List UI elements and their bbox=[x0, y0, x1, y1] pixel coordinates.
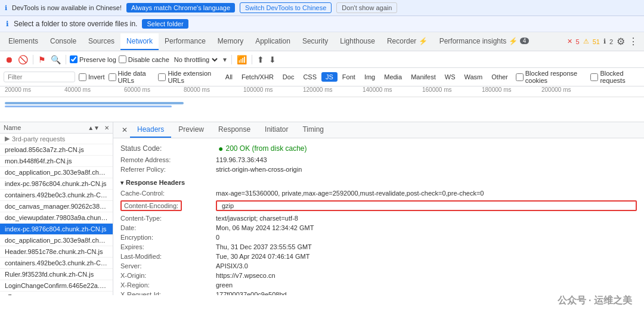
tab-memory[interactable]: Memory bbox=[212, 33, 249, 50]
file-item-3[interactable]: index-pc.9876c804.chunk.zh-CN.js bbox=[0, 178, 113, 190]
detail-tab-timing[interactable]: Timing bbox=[295, 122, 331, 138]
more-icon[interactable]: ⋮ bbox=[628, 36, 638, 47]
filter-ws[interactable]: WS bbox=[441, 72, 460, 82]
hide-data-urls-checkbox[interactable]: Hide data URLs bbox=[109, 70, 155, 84]
match-language-button[interactable]: Always match Chrome's language bbox=[126, 3, 235, 13]
tab-performance[interactable]: Performance bbox=[159, 33, 212, 50]
toolbar-sep-3 bbox=[231, 55, 232, 64]
tab-elements[interactable]: Elements bbox=[2, 33, 44, 50]
status-dot: ● bbox=[218, 144, 223, 153]
warn-count: 51 bbox=[593, 38, 600, 45]
file-item-0[interactable]: preload.856c3a7z.zh-CN.js bbox=[0, 144, 113, 156]
filter-font[interactable]: Font bbox=[338, 72, 360, 82]
devtools-tabs: Elements Console Sources Network Perform… bbox=[0, 32, 644, 51]
file-item-2[interactable]: doc_application_pc.303e9a8f.chun... bbox=[0, 167, 113, 178]
filter-media[interactable]: Media bbox=[380, 72, 406, 82]
wifi-icon[interactable]: 📶 bbox=[236, 54, 248, 66]
filter-all[interactable]: All bbox=[221, 72, 237, 82]
filter-manifest[interactable]: Manifest bbox=[407, 72, 440, 82]
file-item-1[interactable]: mon.b448f64f.zh-CN.js bbox=[0, 156, 113, 167]
info-icon: ℹ bbox=[5, 4, 7, 12]
filter-fetch-xhr[interactable]: Fetch/XHR bbox=[237, 72, 278, 82]
invert-checkbox[interactable]: Invert bbox=[79, 73, 105, 81]
filter-wasm[interactable]: Wasm bbox=[460, 72, 487, 82]
x-region-value: green bbox=[216, 281, 637, 289]
detail-tab-preview[interactable]: Preview bbox=[171, 122, 211, 138]
file-item-9[interactable]: Header.9851c78e.chunk.zh-CN.js bbox=[0, 246, 113, 258]
detail-close-button[interactable]: ✕ bbox=[119, 125, 130, 135]
sort-icon[interactable]: ▲▼ bbox=[88, 125, 100, 131]
filter-icon[interactable]: ⚑ bbox=[37, 54, 47, 66]
dont-show-button[interactable]: Don't show again bbox=[336, 2, 397, 13]
third-party-row[interactable]: ▶ 3rd-party requests bbox=[0, 134, 113, 144]
file-item-11[interactable]: Ruler.9f3523fd.chunk.zh-CN.js bbox=[0, 269, 113, 280]
throttle-chevron-icon[interactable]: ▾ bbox=[222, 54, 228, 65]
file-item-8[interactable]: doc_application_pc.303e9a8f.chun... bbox=[0, 235, 113, 246]
file-item-4[interactable]: containers.492be0c3.chunk.zh-CN.js bbox=[0, 190, 113, 201]
timeline-bar-secondary bbox=[5, 106, 172, 107]
tab-security[interactable]: Security bbox=[296, 33, 334, 50]
response-headers-title[interactable]: ▾ Response Headers bbox=[120, 179, 637, 186]
file-item-7[interactable]: index-pc.9876c804.chunk.zh-CN.js bbox=[0, 224, 113, 235]
folder-info-icon: ℹ bbox=[6, 20, 9, 28]
detail-tab-response[interactable]: Response bbox=[211, 122, 258, 138]
switch-language-button[interactable]: Switch DevTools to Chinese bbox=[240, 2, 332, 13]
blocked-cookies-checkbox[interactable]: Blocked response cookies bbox=[516, 70, 587, 84]
x-request-id-key: X-Request-Id: bbox=[120, 291, 216, 295]
header-expires: Expires: Thu, 31 Dec 2037 23:55:55 GMT bbox=[120, 242, 637, 252]
file-item-5[interactable]: doc_canvas_manager.90262c38.ch... bbox=[0, 201, 113, 212]
tab-sources[interactable]: Sources bbox=[82, 33, 120, 50]
search-icon[interactable]: 🔍 bbox=[49, 54, 62, 66]
file-list: Name ▲▼ ✕ ▶ 3rd-party requests preload.8… bbox=[0, 122, 113, 295]
file-item-12[interactable]: LoginChangeConfirm.6465e22a.ch... bbox=[0, 280, 113, 292]
throttle-select[interactable]: No throttling Slow 3G Fast 3G bbox=[172, 55, 219, 64]
tab-application[interactable]: Application bbox=[249, 33, 296, 50]
filter-other[interactable]: Other bbox=[487, 72, 512, 82]
clear-icon[interactable]: 🚫 bbox=[17, 54, 29, 66]
content-encoding-key: Content-Encoding: bbox=[120, 200, 216, 211]
tab-network[interactable]: Network bbox=[120, 33, 159, 50]
file-item-13[interactable]: v7.wpseco.cn bbox=[0, 292, 113, 295]
preserve-log-checkbox[interactable]: Preserve log bbox=[70, 55, 116, 63]
record-icon[interactable]: ⏺ bbox=[4, 54, 14, 66]
header-server: Server: APISIX/3.0 bbox=[120, 261, 637, 271]
tab-lighthouse[interactable]: Lighthouse bbox=[334, 33, 381, 50]
select-folder-button[interactable]: Select folder bbox=[142, 19, 188, 29]
filter-input[interactable] bbox=[4, 72, 75, 82]
folder-notice-text: Select a folder to store override files … bbox=[14, 20, 137, 28]
sources-tab-label: Sources bbox=[88, 37, 114, 45]
import-icon[interactable]: ⬆ bbox=[256, 54, 265, 66]
toolbar-sep-4 bbox=[252, 55, 252, 64]
filter-js[interactable]: JS bbox=[321, 72, 338, 82]
performance-insights-tab-label: Performance insights ⚡ bbox=[439, 37, 518, 45]
filter-css[interactable]: CSS bbox=[299, 72, 321, 82]
detail-tab-initiator[interactable]: Initiator bbox=[258, 122, 295, 138]
expires-key: Expires: bbox=[120, 243, 216, 250]
tab-console[interactable]: Console bbox=[44, 33, 82, 50]
tab-error-count: ✕ 5 ⚠ 51 ℹ 2 ⚙ ⋮ bbox=[564, 36, 642, 47]
status-code-row: Status Code: ● 200 OK (from disk cache) bbox=[120, 142, 637, 155]
file-item-6[interactable]: doc_viewupdater.79803a9a.chunk... bbox=[0, 212, 113, 224]
third-party-label: 3rd-party requests bbox=[12, 135, 65, 143]
error-count: 5 bbox=[576, 38, 580, 45]
filter-img[interactable]: Img bbox=[360, 72, 379, 82]
hide-ext-urls-checkbox[interactable]: Hide extension URLs bbox=[158, 70, 217, 84]
x-origin-key: X-Origin: bbox=[120, 272, 216, 279]
detail-tab-headers[interactable]: Headers bbox=[130, 122, 171, 138]
export-icon[interactable]: ⬇ bbox=[268, 54, 277, 66]
content-type-value: text/javascript; charset=utf-8 bbox=[216, 215, 637, 222]
close-panel-icon[interactable]: ✕ bbox=[104, 125, 109, 131]
blocked-requests-checkbox[interactable]: Blocked requests bbox=[590, 70, 640, 84]
encryption-key: Encryption: bbox=[120, 234, 216, 241]
settings-icon[interactable]: ⚙ bbox=[617, 36, 625, 47]
tab-performance-insights[interactable]: Performance insights ⚡ 4 bbox=[434, 33, 535, 50]
file-item-10[interactable]: containers.492be0c3.chunk.zh-CN.js bbox=[0, 258, 113, 269]
lighthouse-tab-label: Lighthouse bbox=[340, 37, 375, 45]
tab-recorder[interactable]: Recorder ⚡ bbox=[381, 33, 434, 50]
timeline-mark-2: 60000 ms bbox=[124, 86, 150, 93]
header-cache-control: Cache-Control: max-age=315360000, privat… bbox=[120, 188, 637, 198]
performance-tab-label: Performance bbox=[165, 37, 206, 45]
detail-tabs: ✕ Headers Preview Response Initiator Tim… bbox=[113, 122, 644, 138]
disable-cache-checkbox[interactable]: Disable cache bbox=[119, 55, 169, 63]
filter-doc[interactable]: Doc bbox=[278, 72, 299, 82]
